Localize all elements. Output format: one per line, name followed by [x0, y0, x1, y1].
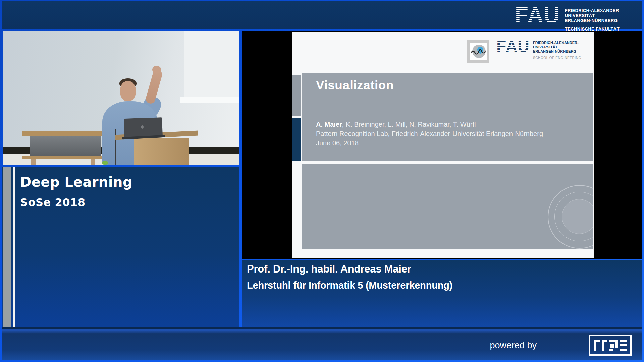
course-term: SoSe 2018	[20, 196, 85, 209]
speaker-name: Prof. Dr.-Ing. habil. Andreas Maier	[247, 263, 411, 275]
footer-bar: powered by	[2, 327, 642, 360]
fau-letters: FAU	[496, 39, 530, 54]
fau-logo-icon: FAU FRIEDRICH-ALEXANDER UNIVERSITÄT ERLA…	[515, 5, 620, 32]
fau-letters: FAU	[515, 5, 560, 25]
slide-title: Visualization	[316, 78, 394, 93]
slide-title-box: Visualization	[302, 73, 593, 117]
desk-leg	[31, 159, 36, 165]
slide-bottom-box	[302, 164, 593, 249]
slide-affiliation: Pattern Recognition Lab, Friedrich-Alexa…	[316, 130, 543, 138]
mic-stand	[115, 129, 116, 165]
desk-front-panel	[30, 136, 101, 157]
fau-wordmark: FRIEDRICH-ALEXANDER UNIVERSITÄT ERLANGEN…	[565, 5, 620, 32]
school-label: SCHOOL OF ENGINEERING	[533, 56, 581, 60]
desk	[22, 131, 106, 136]
projection-screen	[184, 31, 239, 102]
fau-name-line: UNIVERSITÄT	[533, 45, 581, 49]
desk-leg	[91, 159, 95, 165]
course-info-panel: Deep Learning SoSe 2018	[2, 167, 239, 327]
slide-title-tab	[292, 75, 301, 116]
slide-date: June 06, 2018	[316, 139, 359, 147]
rrze-logo-icon	[589, 335, 632, 356]
slide-author-lead: A. Maier	[316, 121, 342, 128]
lecturer-hand	[152, 66, 161, 74]
laptop-logo	[141, 125, 144, 129]
green-object	[102, 161, 108, 165]
slide-authors: A. Maier, K. Breininger, L. Mill, N. Rav…	[316, 121, 476, 128]
white-side-strip	[13, 167, 15, 327]
speaker-info-panel: Prof. Dr.-Ing. habil. Andreas Maier Lehr…	[242, 260, 642, 327]
fau-wordmark: FRIEDRICH-ALEXANDER- UNIVERSITÄT ERLANGE…	[533, 39, 581, 60]
header-bar: FAU FRIEDRICH-ALEXANDER UNIVERSITÄT ERLA…	[2, 1, 642, 29]
fau-name-line: FRIEDRICH-ALEXANDER-	[533, 41, 581, 45]
camera-video-pane[interactable]	[3, 31, 239, 165]
slide-author-rest: , K. Breininger, L. Mill, N. Ravikumar, …	[342, 121, 476, 128]
lecture-video-frame: FAU FRIEDRICH-ALEXANDER UNIVERSITÄT ERLA…	[0, 0, 644, 362]
prl-wave-icon	[471, 47, 487, 57]
slides-video-pane[interactable]: FAU FRIEDRICH-ALEXANDER- UNIVERSITÄT ERL…	[242, 31, 642, 259]
desk-base	[22, 156, 106, 159]
fau-name-line: UNIVERSITÄT	[565, 13, 620, 18]
lectern	[134, 138, 189, 165]
gray-side-strip	[3, 167, 11, 327]
lecturer-raised-arm	[145, 69, 163, 105]
slide-author-tab	[292, 118, 301, 161]
lecturer-head	[120, 81, 136, 101]
pattern-recognition-lab-icon	[467, 40, 489, 63]
projection-screen-band	[180, 97, 239, 103]
slide: FAU FRIEDRICH-ALEXANDER- UNIVERSITÄT ERL…	[292, 32, 594, 258]
speaker-department: Lehrstuhl für Informatik 5 (Mustererkenn…	[247, 280, 452, 291]
fau-seal-center	[562, 199, 593, 234]
powered-by-label: powered by	[490, 340, 537, 351]
fau-slide-logo-icon: FAU FRIEDRICH-ALEXANDER- UNIVERSITÄT ERL…	[496, 39, 581, 60]
fau-name-line: ERLANGEN-NÜRNBERG	[565, 18, 620, 23]
course-title: Deep Learning	[20, 174, 132, 190]
slide-author-box: A. Maier, K. Breininger, L. Mill, N. Rav…	[302, 116, 593, 161]
fau-name-line: ERLANGEN-NÜRNBERG	[533, 49, 581, 54]
fau-name-line: FRIEDRICH-ALEXANDER	[565, 8, 620, 13]
